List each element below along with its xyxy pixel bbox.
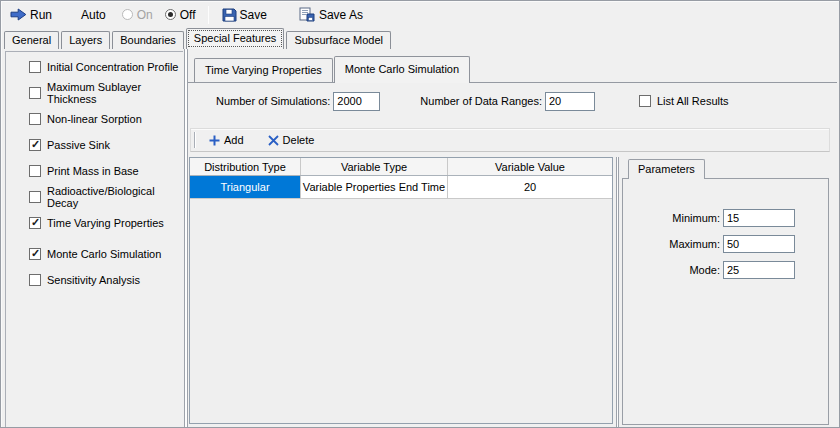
run-button[interactable]: Run (7, 6, 55, 24)
toolbar-grip (194, 132, 196, 148)
distribution-type-cell[interactable]: Triangular (190, 176, 301, 198)
number-of-data-ranges-label: Number of Data Ranges: (420, 95, 542, 107)
checkbox-time-varying-properties[interactable]: Time Varying Properties (29, 216, 183, 229)
checkbox-radioactive-biological-decay[interactable]: Radioactive/Biological Decay (29, 190, 183, 203)
checkbox-monte-carlo-simulation[interactable]: Monte Carlo Simulation (29, 247, 183, 260)
tab-layers[interactable]: Layers (61, 31, 110, 49)
features-panel: Initial Concentration Profile Maximum Su… (5, 51, 183, 427)
number-of-simulations-label: Number of Simulations: (216, 95, 330, 107)
auto-label: Auto (81, 8, 106, 22)
checkbox-label: Time Varying Properties (47, 217, 164, 229)
delete-label: Delete (283, 134, 315, 146)
distribution-grid: Distribution Type Variable Type Variable… (189, 157, 613, 424)
number-of-simulations-input[interactable] (333, 92, 380, 111)
checkbox-indicator (29, 139, 41, 151)
minimum-field-row: Minimum: (672, 209, 795, 227)
x-icon (268, 135, 279, 146)
checkbox-label: Radioactive/Biological Decay (47, 185, 183, 209)
minimum-input[interactable] (723, 209, 795, 227)
checkbox-label: List All Results (657, 95, 729, 107)
checkbox-sensitivity-analysis[interactable]: Sensitivity Analysis (29, 273, 183, 286)
checkbox-indicator (29, 87, 41, 99)
checkbox-indicator (639, 95, 651, 107)
checkbox-indicator (29, 165, 41, 177)
tab-parameters[interactable]: Parameters (628, 159, 705, 179)
maximum-input[interactable] (723, 235, 795, 253)
number-of-data-ranges-input[interactable] (545, 92, 595, 111)
save-label: Save (240, 8, 267, 22)
parameters-group: Parameters Minimum: Maximum: Mode: (622, 159, 829, 425)
maximum-label: Maximum: (669, 238, 720, 250)
auto-off-radio[interactable]: Off (165, 8, 196, 22)
checkbox-passive-sink[interactable]: Passive Sink (29, 138, 183, 151)
checkbox-indicator (29, 274, 41, 286)
tab-general[interactable]: General (4, 31, 59, 49)
checkbox-label: Print Mass in Base (47, 165, 139, 177)
column-header-variable-type[interactable]: Variable Type (301, 158, 448, 175)
save-as-icon (299, 7, 316, 22)
grid-header-row: Distribution Type Variable Type Variable… (190, 158, 612, 176)
add-button[interactable]: Add (204, 132, 249, 148)
checkbox-indicator (29, 61, 41, 73)
checkbox-label: Passive Sink (47, 139, 110, 151)
checkbox-non-linear-sorption[interactable]: Non-linear Sorption (29, 112, 183, 125)
table-row[interactable]: Triangular Variable Properties End Time … (190, 176, 612, 199)
save-floppy-icon (222, 8, 237, 22)
off-radio-circle (165, 9, 176, 20)
tab-special-features[interactable]: Special Features (186, 28, 285, 49)
parameters-body: Minimum: Maximum: Mode: (622, 178, 829, 425)
checkbox-indicator (29, 217, 41, 229)
mode-input[interactable] (723, 261, 795, 279)
checkbox-list-all-results[interactable]: List All Results (639, 95, 729, 108)
plus-icon (209, 135, 220, 146)
grid-empty-area (190, 199, 612, 423)
mode-field-row: Mode: (689, 261, 795, 279)
variable-value-cell[interactable]: 20 (448, 176, 612, 198)
checkbox-initial-concentration-profile[interactable]: Initial Concentration Profile (29, 60, 183, 73)
checkbox-label: Sensitivity Analysis (47, 274, 140, 286)
save-as-button[interactable]: Save As (296, 5, 366, 24)
save-as-label: Save As (319, 8, 363, 22)
delete-button[interactable]: Delete (263, 132, 320, 148)
feature-detail-panel: Time Varying Properties Monte Carlo Simu… (188, 49, 837, 427)
checkbox-label: Maximum Sublayer Thickness (47, 81, 183, 105)
checkbox-indicator (29, 248, 41, 260)
variable-type-cell[interactable]: Variable Properties End Time (301, 176, 448, 198)
minimum-label: Minimum: (672, 212, 720, 224)
column-header-variable-value[interactable]: Variable Value (448, 158, 612, 175)
main-toolbar: Run Auto On Off Save (1, 1, 839, 28)
tab-time-varying-properties[interactable]: Time Varying Properties (194, 58, 333, 82)
checkbox-print-mass-in-base[interactable]: Print Mass in Base (29, 164, 183, 177)
add-label: Add (224, 134, 244, 146)
special-features-page: Initial Concentration Profile Maximum Su… (1, 49, 839, 427)
off-radio-label: Off (180, 8, 196, 22)
column-header-distribution-type[interactable]: Distribution Type (190, 158, 301, 175)
checkbox-indicator (29, 191, 41, 203)
tab-subsurface-model[interactable]: Subsurface Model (286, 31, 391, 49)
run-label: Run (30, 8, 52, 22)
mode-label: Mode: (689, 264, 720, 276)
grid-action-toolbar: Add Delete (190, 128, 830, 152)
maximum-field-row: Maximum: (669, 235, 795, 253)
checkbox-label: Initial Concentration Profile (47, 61, 178, 73)
on-radio-label: On (137, 8, 153, 22)
tab-monte-carlo-simulation[interactable]: Monte Carlo Simulation (334, 56, 470, 83)
monte-carlo-page: Number of Simulations: Number of Data Ra… (188, 82, 837, 427)
checkbox-maximum-sublayer-thickness[interactable]: Maximum Sublayer Thickness (29, 86, 183, 99)
run-arrow-icon (10, 8, 27, 21)
feature-tab-bar: Time Varying Properties Monte Carlo Simu… (194, 56, 471, 82)
on-radio-circle (122, 9, 133, 20)
simulation-settings-row: Number of Simulations: Number of Data Ra… (188, 91, 837, 111)
save-button[interactable]: Save (219, 6, 270, 24)
tab-boundaries[interactable]: Boundaries (112, 31, 184, 49)
checkbox-indicator (29, 113, 41, 125)
main-tab-bar: General Layers Boundaries Special Featur… (1, 28, 839, 49)
toolbar-separator (208, 6, 209, 24)
auto-on-radio[interactable]: On (122, 8, 153, 22)
app-window: Run Auto On Off Save (0, 0, 840, 428)
grid-params-divider (616, 157, 619, 427)
checkbox-label: Monte Carlo Simulation (47, 248, 161, 260)
checkbox-label: Non-linear Sorption (47, 113, 142, 125)
